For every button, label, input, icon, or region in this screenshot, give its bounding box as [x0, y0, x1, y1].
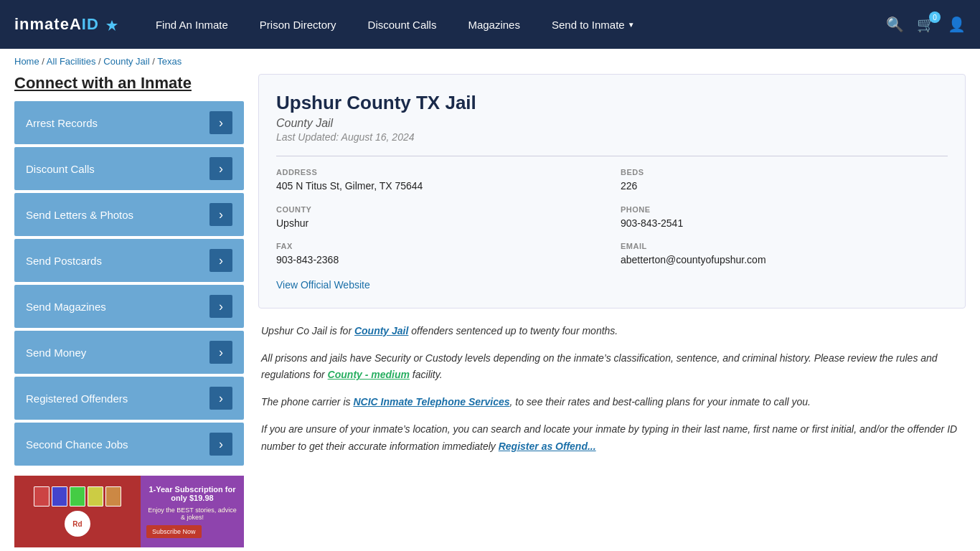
- sidebar-arrow-second-chance-jobs: ›: [209, 433, 232, 456]
- facility-email-field: EMAIL abetterton@countyofupshur.com: [621, 242, 948, 268]
- phone-value: 903-843-2541: [621, 217, 948, 231]
- email-value: abetterton@countyofupshur.com: [621, 253, 948, 268]
- logo-icon: [105, 19, 118, 32]
- ad-cover-5: [105, 486, 121, 507]
- sidebar-arrow-send-magazines: ›: [209, 295, 232, 318]
- sidebar-item-registered-offenders[interactable]: Registered Offenders ›: [14, 377, 244, 420]
- main-content: Upshur County TX Jail County Jail Last U…: [258, 74, 966, 547]
- breadcrumb: Home / All Facilities / County Jail / Te…: [0, 49, 980, 74]
- ad-right-panel: 1-Year Subscription for only $19.98 Enjo…: [141, 476, 244, 547]
- facility-beds-field: BEDS 226: [621, 168, 948, 194]
- facility-county-field: COUNTY Upshur: [276, 205, 603, 231]
- nav-send-to-inmate[interactable]: Send to Inmate ▼: [536, 0, 651, 49]
- description-para4: If you are unsure of your inmate’s locat…: [261, 421, 963, 456]
- sidebar-item-send-money[interactable]: Send Money ›: [14, 331, 244, 374]
- sidebar-arrow-discount-calls: ›: [209, 157, 232, 180]
- sidebar-item-discount-calls[interactable]: Discount Calls ›: [14, 147, 244, 190]
- main-nav: Find An Inmate Prison Directory Discount…: [140, 0, 886, 49]
- ad-tagline-text: Enjoy the BEST stories, advice & jokes!: [146, 507, 238, 521]
- sidebar-title: Connect with an Inmate: [14, 74, 244, 93]
- sidebar-item-second-chance-jobs[interactable]: Second Chance Jobs ›: [14, 423, 244, 466]
- cart-icon[interactable]: 🛒 0: [917, 16, 935, 33]
- fax-value: 903-843-2368: [276, 253, 603, 268]
- beds-label: BEDS: [621, 168, 948, 176]
- sidebar-arrow-send-money: ›: [209, 341, 232, 364]
- sidebar-item-send-letters[interactable]: Send Letters & Photos ›: [14, 193, 244, 236]
- ad-subscribe-button[interactable]: Subscribe Now: [146, 525, 202, 538]
- county-jail-link[interactable]: County Jail: [354, 325, 408, 336]
- ad-price-text: 1-Year Subscription for only $19.98: [146, 485, 238, 502]
- ncic-link[interactable]: NCIC Inmate Telephone Services: [353, 396, 509, 408]
- facility-description: Upshur Co Jail is for County Jail offend…: [258, 323, 966, 456]
- sidebar-arrow-send-postcards: ›: [209, 249, 232, 272]
- nav-prison-directory[interactable]: Prison Directory: [244, 0, 352, 49]
- facility-grid: ADDRESS 405 N Titus St, Gilmer, TX 75644…: [276, 156, 948, 268]
- address-label: ADDRESS: [276, 168, 603, 176]
- facility-phone-field: PHONE 903-843-2541: [621, 205, 948, 231]
- search-icon[interactable]: 🔍: [886, 16, 904, 33]
- sidebar-ad[interactable]: Rd 1-Year Subscription for only $19.98 E…: [14, 476, 244, 547]
- facility-address-field: ADDRESS 405 N Titus St, Gilmer, TX 75644: [276, 168, 603, 194]
- sidebar-arrow-arrest-records: ›: [209, 111, 232, 134]
- facility-type: County Jail: [276, 117, 948, 130]
- ad-rd-logo: Rd: [65, 511, 90, 537]
- breadcrumb-texas[interactable]: Texas: [157, 56, 182, 67]
- nav-find-inmate[interactable]: Find An Inmate: [140, 0, 244, 49]
- register-offender-link[interactable]: Register as Offend...: [499, 441, 596, 452]
- logo-text: inmateAID: [14, 15, 118, 34]
- description-para2: All prisons and jails have Security or C…: [261, 350, 963, 385]
- facility-updated: Last Updated: August 16, 2024: [276, 131, 948, 143]
- user-icon[interactable]: 👤: [948, 16, 966, 33]
- sidebar-item-send-postcards[interactable]: Send Postcards ›: [14, 239, 244, 282]
- svg-marker-0: [106, 20, 118, 31]
- sidebar-arrow-registered-offenders: ›: [209, 387, 232, 410]
- sidebar-arrow-send-letters: ›: [209, 203, 232, 226]
- facility-fax-field: FAX 903-843-2368: [276, 242, 603, 268]
- ad-cover-2: [52, 486, 67, 507]
- breadcrumb-county-jail[interactable]: County Jail: [103, 56, 149, 67]
- nav-discount-calls[interactable]: Discount Calls: [352, 0, 453, 49]
- breadcrumb-all-facilities[interactable]: All Facilities: [47, 56, 96, 67]
- ad-magazine-covers: [34, 486, 121, 507]
- facility-title: Upshur County TX Jail: [276, 92, 948, 114]
- county-label: COUNTY: [276, 205, 603, 214]
- description-para1: Upshur Co Jail is for County Jail offend…: [261, 323, 963, 340]
- header-icons: 🔍 🛒 0 👤: [886, 16, 966, 33]
- phone-label: PHONE: [621, 205, 948, 214]
- ad-cover-3: [70, 486, 85, 507]
- site-header: inmateAID Find An Inmate Prison Director…: [0, 0, 980, 49]
- sidebar: Connect with an Inmate Arrest Records › …: [14, 74, 244, 547]
- dropdown-caret: ▼: [628, 21, 635, 29]
- breadcrumb-home[interactable]: Home: [14, 56, 39, 67]
- nav-magazines[interactable]: Magazines: [452, 0, 536, 49]
- county-medium-link[interactable]: County - medium: [328, 369, 410, 380]
- sidebar-item-send-magazines[interactable]: Send Magazines ›: [14, 285, 244, 328]
- cart-badge: 0: [929, 11, 941, 23]
- ad-cover-4: [88, 486, 103, 507]
- view-website-link[interactable]: View Official Website: [276, 279, 370, 291]
- address-value: 405 N Titus St, Gilmer, TX 75644: [276, 179, 603, 194]
- email-label: EMAIL: [621, 242, 948, 250]
- fax-label: FAX: [276, 242, 603, 250]
- description-para3: The phone carrier is NCIC Inmate Telepho…: [261, 394, 963, 411]
- county-value: Upshur: [276, 217, 603, 231]
- facility-card: Upshur County TX Jail County Jail Last U…: [258, 74, 966, 309]
- logo[interactable]: inmateAID: [14, 15, 118, 34]
- ad-left-panel: Rd: [14, 476, 141, 547]
- main-layout: Connect with an Inmate Arrest Records › …: [0, 74, 980, 551]
- ad-cover-1: [34, 486, 50, 507]
- beds-value: 226: [621, 179, 948, 194]
- sidebar-item-arrest-records[interactable]: Arrest Records ›: [14, 101, 244, 144]
- sidebar-menu: Arrest Records › Discount Calls › Send L…: [14, 101, 244, 466]
